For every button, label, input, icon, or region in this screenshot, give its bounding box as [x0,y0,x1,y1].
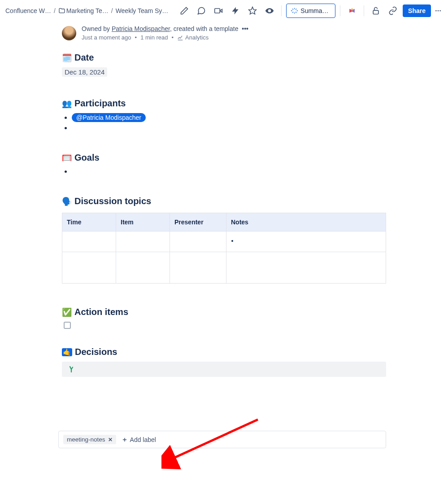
goals-list [62,167,386,176]
plus-icon [122,437,128,443]
toolbar-divider [364,5,364,16]
toolbar-divider [340,5,340,16]
breadcrumb-page[interactable]: Weekly Team Sy… [116,7,169,14]
participants-list: @Patricia Modispacher [62,113,386,133]
share-button[interactable]: Share [403,4,431,17]
folder-icon [58,7,65,14]
svg-rect-3 [373,10,378,14]
comment-button[interactable] [194,4,209,18]
svg-point-5 [438,10,439,11]
decisions-emoji-icon: 🤙 [62,348,72,356]
action-checkbox[interactable] [64,322,71,329]
present-button[interactable] [211,4,226,18]
goal-icon: 🥅 [62,153,72,163]
people-icon: 👥 [62,99,72,109]
eye-icon [265,6,274,15]
goals-heading: 🥅 Goals [62,153,386,163]
svg-point-6 [439,10,441,11]
bolt-icon [231,6,240,15]
participants-heading: 👥 Participants [62,98,386,109]
header-toolbar: Confluence W… / Marketing Te… / Weekly T… [0,0,448,22]
list-item[interactable] [72,167,386,176]
breadcrumb-sep: / [110,7,114,14]
loom-icon [348,6,357,15]
user-mention[interactable]: @Patricia Modispacher [72,113,146,122]
th-notes: Notes [226,213,386,232]
edit-button[interactable] [177,4,191,18]
page-meta: Owned by Patricia Modispacher, created w… [62,22,448,44]
breadcrumb-sep: / [53,7,57,14]
more-icon [435,7,442,14]
owner-line: Owned by Patricia Modispacher, created w… [82,25,250,32]
modified-time: Just a moment ago [82,34,131,41]
breadcrumb-root[interactable]: Confluence W… [5,7,51,14]
automation-button[interactable] [228,4,243,18]
calendar-icon: 🗓️ [62,53,72,63]
date-heading: 🗓️ Date [62,52,386,63]
star-icon [248,6,257,15]
decisions-box[interactable] [62,362,386,377]
svg-point-4 [435,10,437,11]
svg-point-2 [269,10,270,11]
lock-icon [371,6,380,15]
list-item[interactable] [72,124,386,133]
action-items-heading: ✅ Action items [62,307,386,317]
label-chip[interactable]: meeting-notes ✕ [63,435,116,444]
remove-label-button[interactable]: ✕ [108,437,113,443]
more-actions-button[interactable] [434,4,443,18]
th-presenter: Presenter [170,213,226,232]
decision-fork-icon [67,365,75,373]
svg-rect-0 [215,9,220,13]
date-value[interactable]: Dec 18, 2024 [62,67,107,77]
table-row[interactable] [62,252,386,284]
star-button[interactable] [245,4,260,18]
toolbar-divider [281,5,282,16]
link-icon [388,6,397,15]
svg-marker-1 [249,7,257,14]
th-item: Item [116,213,170,232]
video-icon [214,6,223,15]
owner-link[interactable]: Patricia Modispacher [112,25,170,32]
copy-link-button[interactable] [386,4,400,18]
breadcrumb: Confluence W… / Marketing Te… / Weekly T… [5,7,168,14]
loom-button[interactable] [345,4,359,18]
breadcrumb-space[interactable]: Marketing Te… [58,7,109,14]
page-content: 🗓️ Date Dec 18, 2024 👥 Participants @Pat… [0,52,448,395]
watch-button[interactable] [262,4,277,18]
comment-icon [197,6,206,15]
check-icon: ✅ [62,307,72,317]
labels-row: meeting-notes ✕ Add label [58,431,386,448]
th-time: Time [62,213,116,232]
avatar[interactable] [62,26,76,40]
table-row[interactable] [62,232,386,252]
analytics-link[interactable]: Analytics [177,34,209,41]
add-label-button[interactable]: Add label [122,436,156,443]
speaking-icon: 🗣️ [62,197,72,206]
decisions-heading: 🤙 Decisions [62,347,386,357]
meta-more-button[interactable]: ••• [240,25,250,32]
pencil-icon [180,6,189,15]
discussion-heading: 🗣️ Discussion topics [62,196,386,206]
discussion-table: Time Item Presenter Notes [62,213,386,284]
analytics-icon [177,35,183,41]
read-time: 1 min read [140,34,168,41]
summarize-button[interactable]: Summari… [286,4,335,18]
restrictions-button[interactable] [369,4,383,18]
list-item[interactable]: @Patricia Modispacher [72,113,386,122]
sparkle-icon [291,7,298,14]
